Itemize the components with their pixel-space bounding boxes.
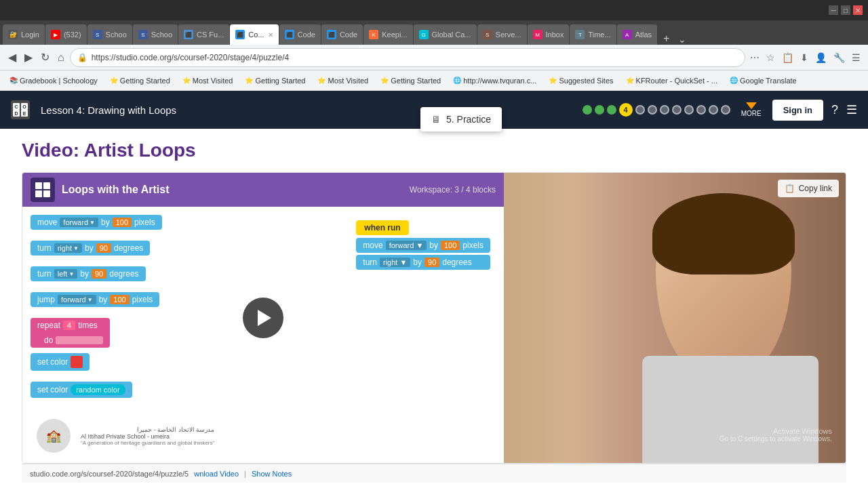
block-move-forward[interactable]: move forward by 100 pixels: [31, 215, 162, 230]
progress-dot-10[interactable]: [696, 105, 706, 115]
when-run-block: when run: [356, 220, 408, 235]
play-overlay: [243, 298, 283, 338]
close-button[interactable]: ✕: [853, 5, 863, 15]
bookmark-tvquran-icon: 🌐: [453, 77, 461, 84]
tab-schoology1[interactable]: S Schoo: [87, 24, 132, 45]
play-button[interactable]: [243, 298, 283, 338]
tab-server[interactable]: S Serve...: [477, 24, 527, 45]
tab-timer[interactable]: T Time...: [570, 24, 616, 45]
nav-bar: ◀ ▶ ↻ ⌂ 🔒 https://studio.code.org/s/cour…: [0, 45, 868, 70]
tab-schoology2[interactable]: S Schoo: [133, 24, 178, 45]
progress-dot-7[interactable]: [660, 105, 669, 115]
block-repeat-text: repeat: [37, 321, 60, 330]
block-set-color[interactable]: set color: [31, 353, 90, 371]
bookmark-suggested[interactable]: ⭐ Suggested Sites: [545, 75, 617, 86]
bookmark-button[interactable]: ☆: [764, 50, 777, 65]
profile-button[interactable]: 👤: [813, 50, 829, 65]
tab-atlas[interactable]: A Atlas: [617, 24, 657, 45]
copy-link-area[interactable]: 📋 Copy link: [778, 180, 839, 197]
bookmark-most-visited2-icon: ⭐: [317, 77, 326, 84]
bookmark-most-visited2[interactable]: ⭐ Most Visited: [313, 75, 372, 86]
bookmark-most-visited1[interactable]: ⭐ Most Visited: [178, 75, 237, 86]
tab-schoology1-label: Schoo: [106, 30, 127, 39]
extensions-button[interactable]: ⋯: [748, 50, 762, 65]
tab-timer-label: Time...: [588, 30, 610, 39]
progress-dot-3[interactable]: [607, 105, 616, 115]
ws-block-move[interactable]: move forward ▼ by 100 pixels: [356, 238, 490, 253]
bookmark-gtranslate[interactable]: 🌐 Google Translate: [726, 75, 801, 86]
progress-dot-2[interactable]: [595, 105, 604, 115]
new-tab-button[interactable]: +: [658, 33, 675, 45]
tab-keepit[interactable]: K Keepi...: [363, 24, 412, 45]
codeorg-logo: C O D E: [11, 100, 30, 119]
tab-global[interactable]: G Global Ca...: [414, 24, 477, 45]
block-do-text: do: [44, 336, 53, 345]
bookmark-getting-started2[interactable]: ⭐ Getting Started: [241, 75, 309, 86]
bookmark-most-visited1-icon: ⭐: [182, 77, 191, 84]
ws-turn-text: turn: [363, 258, 377, 267]
block-jump-forward[interactable]: jump forward by 100 pixels: [31, 292, 159, 307]
forward-button[interactable]: ▶: [22, 48, 35, 66]
block-turn-left[interactable]: turn left by 90 degrees: [31, 266, 146, 281]
download-video-link[interactable]: wnload Video: [194, 470, 239, 478]
tab-list-button[interactable]: ⌄: [675, 34, 689, 45]
progress-dot-4[interactable]: 4: [619, 103, 633, 117]
block-set-color-random[interactable]: set color random color: [31, 382, 132, 398]
reader-button[interactable]: 📋: [780, 50, 795, 65]
video-logo-grid: [35, 182, 50, 197]
bookmark-getting-started3[interactable]: ⭐ Getting Started: [376, 75, 445, 86]
settings-button[interactable]: ☰: [850, 50, 863, 65]
menu-button[interactable]: ☰: [846, 102, 857, 117]
bookmark-tvquran[interactable]: 🌐 http://www.tvquran.c...: [449, 75, 540, 86]
tab-inbox[interactable]: M Inbox: [528, 24, 570, 45]
bookmark-gtranslate-icon: 🌐: [730, 77, 738, 84]
back-button[interactable]: ◀: [5, 48, 19, 66]
help-button[interactable]: ?: [831, 103, 838, 117]
progress-dot-11[interactable]: [709, 105, 718, 115]
tab-atlas-label: Atlas: [635, 30, 652, 39]
bookmark-getting-started1[interactable]: ⭐ Getting Started: [106, 75, 174, 86]
tab-csfun[interactable]: ⬛ CS Fu...: [178, 24, 229, 45]
tab-login[interactable]: 🔐 Login: [3, 24, 45, 45]
block-turn-right[interactable]: turn right by 90 degrees: [31, 241, 150, 256]
address-bar[interactable]: 🔒 https://studio.code.org/s/coursef-2020…: [70, 48, 745, 67]
tab-code-active-close[interactable]: ✕: [268, 31, 273, 39]
tab-code3[interactable]: ⬛ Code: [321, 24, 363, 45]
status-separator: |: [244, 470, 246, 478]
block-turn-left-text: turn: [37, 269, 52, 279]
progress-dot-8[interactable]: [672, 105, 682, 115]
bookmark-gradebook[interactable]: 📚 Gradebook | Schoology: [5, 75, 102, 86]
more-button[interactable]: MORE: [741, 102, 762, 117]
reload-button[interactable]: ↻: [38, 48, 52, 66]
show-notes-link[interactable]: Show Notes: [252, 470, 292, 478]
tab-youtube[interactable]: ▶ (532): [45, 24, 87, 45]
bookmark-kfrouter[interactable]: ⭐ KFRouter - QuickSet - ...: [622, 75, 722, 86]
block-repeat-header[interactable]: repeat 4 times: [31, 318, 110, 333]
page-content: Video: Artist Loops Loops with the Arti: [0, 129, 868, 488]
page-title: Video: Artist Loops: [22, 140, 846, 161]
progress-dot-9[interactable]: [684, 105, 694, 115]
progress-dot-12[interactable]: [721, 105, 730, 115]
extensions2-button[interactable]: 🔧: [831, 50, 847, 65]
tooltip-label: 5. Practice: [446, 114, 491, 125]
progress-dot-5[interactable]: [635, 105, 645, 115]
block-move-dropdown[interactable]: forward: [60, 218, 98, 227]
sign-in-button[interactable]: Sign in: [772, 100, 823, 121]
home-button[interactable]: ⌂: [55, 49, 67, 66]
ws-block-turn[interactable]: turn right ▼ by 90 degrees: [356, 255, 490, 270]
tab-code-active[interactable]: ⬛ Co... ✕: [230, 24, 278, 45]
more-triangle-icon: [746, 102, 757, 109]
tab-csfun-label: CS Fu...: [197, 30, 224, 39]
progress-dot-6[interactable]: [648, 105, 657, 115]
minimize-button[interactable]: ─: [829, 5, 838, 15]
download-button[interactable]: ⬇: [798, 50, 810, 65]
watermark-line3: "A generation of heritage guardians and …: [81, 440, 214, 446]
block-turn-right-dropdown[interactable]: right: [54, 243, 82, 253]
progress-dot-1[interactable]: [583, 105, 592, 115]
block-jump-dropdown[interactable]: forward: [58, 295, 96, 304]
block-repeat-num: 4: [63, 321, 75, 330]
block-turn-left-by: by: [80, 269, 89, 279]
block-turn-left-dropdown[interactable]: left: [54, 269, 78, 279]
maximize-button[interactable]: □: [841, 5, 850, 15]
tab-code2[interactable]: ⬛ Code: [279, 24, 321, 45]
